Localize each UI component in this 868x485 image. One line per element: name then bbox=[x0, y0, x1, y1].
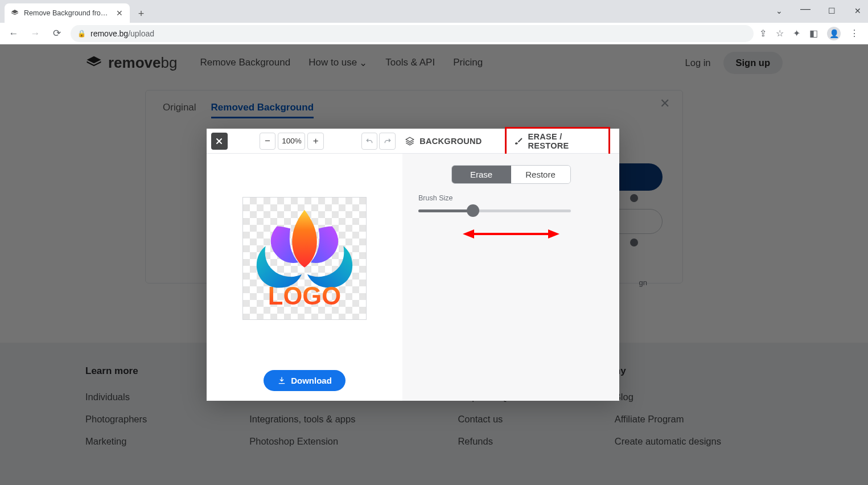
nav-reload-icon[interactable]: ⟳ bbox=[49, 26, 65, 42]
kebab-menu-icon[interactable]: ⋮ bbox=[850, 28, 859, 39]
svg-marker-2 bbox=[548, 229, 560, 239]
close-icon bbox=[215, 137, 224, 146]
zoom-in-button[interactable]: + bbox=[307, 133, 324, 150]
erase-restore-segment: Erase Restore bbox=[451, 165, 571, 184]
editor-modal: − + BACKGROUND ERASE / RESTORE bbox=[207, 129, 619, 401]
tab-favicon-icon bbox=[10, 9, 19, 18]
browser-tab[interactable]: Remove Background from Image ✕ bbox=[5, 3, 130, 23]
window-minimize-icon[interactable]: — bbox=[799, 3, 812, 15]
slider-track-fill bbox=[418, 209, 473, 212]
url-path: /upload bbox=[128, 29, 154, 38]
segment-restore[interactable]: Restore bbox=[511, 166, 570, 183]
tab-close-icon[interactable]: ✕ bbox=[115, 9, 124, 18]
share-icon[interactable]: ⇪ bbox=[759, 28, 767, 39]
new-tab-button[interactable]: + bbox=[133, 6, 149, 22]
chrome-actions: ⇪ ☆ ✦ ◧ 👤 ⋮ bbox=[759, 27, 862, 40]
annotation-double-arrow bbox=[418, 227, 603, 241]
window-maximize-icon[interactable]: ☐ bbox=[825, 6, 838, 15]
brush-icon bbox=[513, 136, 523, 146]
tab-background-panel[interactable]: BACKGROUND bbox=[400, 133, 486, 149]
extensions-icon[interactable]: ✦ bbox=[793, 28, 800, 39]
tab-label: BACKGROUND bbox=[419, 137, 482, 146]
zoom-out-button[interactable]: − bbox=[260, 133, 276, 150]
tab-label: ERASE / RESTORE bbox=[528, 132, 602, 150]
download-icon bbox=[277, 376, 286, 385]
profile-avatar-icon[interactable]: 👤 bbox=[827, 27, 841, 40]
window-controls: ⌄ — ☐ ✕ bbox=[772, 0, 865, 22]
page: removebg Remove Background How to use⌄ T… bbox=[0, 44, 868, 485]
url-field[interactable]: 🔒 remove.bg/upload bbox=[71, 25, 754, 42]
close-editor-button[interactable] bbox=[211, 133, 228, 150]
brush-size-label: Brush Size bbox=[418, 194, 603, 202]
annotation-highlight-box: ERASE / RESTORE bbox=[505, 127, 610, 155]
slider-thumb[interactable] bbox=[467, 204, 479, 217]
zoom-input[interactable] bbox=[278, 133, 305, 150]
svg-marker-1 bbox=[463, 229, 474, 239]
redo-icon bbox=[383, 137, 392, 146]
layers-icon bbox=[405, 136, 415, 146]
tab-strip: Remove Background from Image ✕ + ⌄ — ☐ ✕ bbox=[0, 0, 868, 23]
browser-chrome: Remove Background from Image ✕ + ⌄ — ☐ ✕… bbox=[0, 0, 868, 44]
chevron-down-icon[interactable]: ⌄ bbox=[772, 6, 786, 15]
redo-button[interactable] bbox=[379, 133, 396, 150]
logo-word: LOGO bbox=[268, 282, 341, 310]
logo-graphic: LOGO bbox=[243, 198, 366, 319]
segment-erase[interactable]: Erase bbox=[452, 166, 511, 183]
download-label: Download bbox=[291, 376, 332, 385]
url-domain: remove.bg bbox=[90, 29, 128, 38]
controls-panel: Erase Restore Brush Size bbox=[402, 154, 619, 401]
address-bar: ← → ⟳ 🔒 remove.bg/upload ⇪ ☆ ✦ ◧ 👤 ⋮ bbox=[0, 23, 868, 44]
download-button[interactable]: Download bbox=[264, 370, 345, 391]
tab-title: Remove Background from Image bbox=[24, 9, 110, 17]
window-close-icon[interactable]: ✕ bbox=[851, 6, 865, 15]
undo-button[interactable] bbox=[361, 133, 378, 150]
editor-body: LOGO Download Erase Restore Brush Size bbox=[207, 154, 619, 401]
canvas-panel: LOGO Download bbox=[207, 154, 402, 401]
side-panel-icon[interactable]: ◧ bbox=[809, 28, 818, 39]
nav-back-icon[interactable]: ← bbox=[6, 26, 22, 42]
bookmark-star-icon[interactable]: ☆ bbox=[776, 28, 784, 39]
nav-forward-icon[interactable]: → bbox=[27, 26, 43, 42]
lock-icon: 🔒 bbox=[77, 30, 86, 38]
double-arrow-icon bbox=[463, 227, 560, 241]
tab-erase-restore-panel[interactable]: ERASE / RESTORE bbox=[509, 129, 606, 153]
undo-icon bbox=[365, 137, 374, 146]
editor-toolbar: − + BACKGROUND ERASE / RESTORE bbox=[207, 129, 619, 154]
brush-size-slider[interactable] bbox=[418, 204, 571, 217]
image-canvas[interactable]: LOGO bbox=[242, 197, 367, 320]
